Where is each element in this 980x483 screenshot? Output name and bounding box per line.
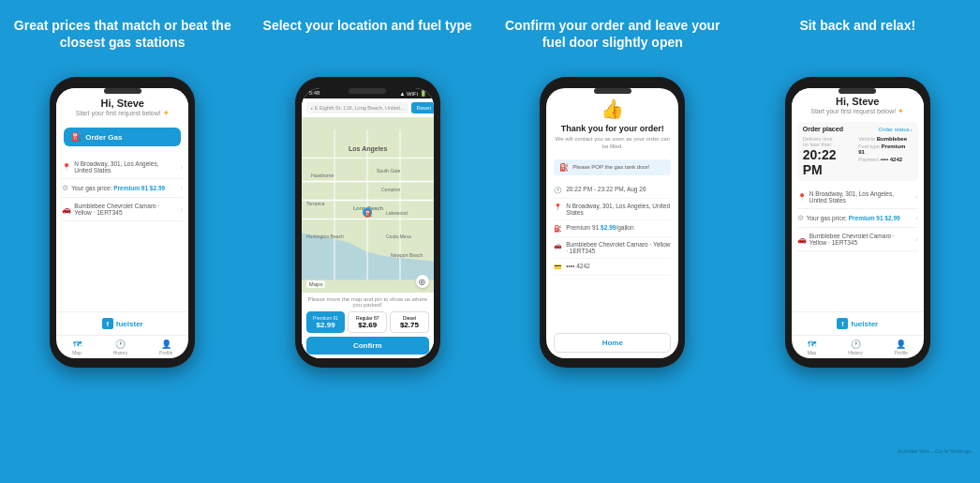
vehicle-info: Vehicle Bumblebee bbox=[858, 136, 913, 142]
map-view[interactable]: Los Angeles Hawthorne Torrance South Gat… bbox=[302, 117, 434, 293]
screen-2: 5:48 ▲ WiFi 🔋 ‹ E Eighth St, 118, Long B… bbox=[302, 88, 434, 358]
location-search[interactable]: ‹ E Eighth St, 118, Long Beach, United..… bbox=[306, 102, 409, 113]
subtitle-1: Start your first request below! ✦ bbox=[64, 109, 181, 117]
svg-text:Torrance: Torrance bbox=[306, 201, 325, 206]
gas-door-alert: ⛽ Please POP the gas tank door! bbox=[554, 159, 671, 175]
premium-option[interactable]: Premium 91 $2.99 bbox=[306, 311, 346, 333]
map-note: Please move the map and pin to show us w… bbox=[306, 296, 429, 308]
tab-map-label-1: Map bbox=[72, 350, 82, 355]
location-row[interactable]: 📍 N Broadway, 301, Los Angeles, United S… bbox=[62, 156, 183, 179]
status-time: 5:48 bbox=[309, 90, 320, 97]
delivery-time-info: Delivery timeno later than 20:22 PM bbox=[803, 136, 857, 177]
svg-text:⛽: ⛽ bbox=[364, 209, 373, 218]
reset-button[interactable]: Reset bbox=[411, 102, 433, 113]
car-row[interactable]: 🚗 Bumblebee Chevrolet Camaro · Yellow · … bbox=[62, 198, 183, 221]
car-row-4[interactable]: 🚗 Bumblebee Chevrolet Camaro · Yellow · … bbox=[797, 228, 918, 251]
fuelster-logo-icon-1: f bbox=[102, 318, 113, 329]
home-button[interactable]: Home bbox=[554, 333, 671, 353]
svg-text:Los Angeles: Los Angeles bbox=[349, 145, 387, 153]
tab-history-1[interactable]: 🕐 History bbox=[113, 340, 128, 355]
panel-1: Great prices that match or beat the clos… bbox=[0, 0, 245, 483]
screen-3: 👍 Thank you for your order! We will cont… bbox=[546, 88, 678, 358]
subtitle-4: Start your first request below! ✦ bbox=[799, 107, 916, 115]
greeting-1: Hi, Steve bbox=[64, 98, 181, 109]
vehicle-val: Bumblebee bbox=[877, 136, 907, 142]
order-gas-button[interactable]: ⛽ Order Gas bbox=[64, 128, 181, 146]
panel-3: Confirm your order and leave your fuel d… bbox=[490, 0, 735, 483]
screen-4: Hi, Steve Start your first request below… bbox=[792, 88, 924, 358]
gas-price-row-4[interactable]: ⚙ Your gas price: Premium 91 $2.99 › bbox=[797, 209, 918, 228]
payment-val: •••• 4242 bbox=[881, 157, 902, 162]
order-status-bar: Order placed Order status › Delivery tim… bbox=[797, 122, 918, 181]
gas-price-row[interactable]: ⚙ Your gas price: Premium 91 $2.99 › bbox=[62, 179, 183, 198]
alert-text: Please POP the gas tank door! bbox=[572, 164, 649, 170]
tab-map-1[interactable]: 🗺 Map bbox=[72, 340, 82, 355]
order-status-link[interactable]: Order status › bbox=[879, 127, 913, 132]
order-details: 🕐 20:22 PM - 23:22 PM, Aug 26 📍 N Broadw… bbox=[546, 178, 678, 327]
settings-icon-4: ⚙ bbox=[797, 214, 804, 222]
location-text-4: N Broadway, 301, Los Angeles, United Sta… bbox=[809, 190, 913, 204]
time-text: 20:22 PM - 23:22 PM, Aug 26 bbox=[566, 186, 671, 192]
delivery-time-val: 20:22 PM bbox=[803, 147, 857, 177]
fuel-info: Fuel type Premium 91 bbox=[858, 143, 913, 155]
car-icon-4: 🚗 bbox=[797, 235, 807, 244]
confirm-button[interactable]: Confirm bbox=[306, 337, 429, 355]
history-tab-icon-4: 🕐 bbox=[851, 340, 861, 349]
thankyou-subtitle: We will contact you as soon as your orde… bbox=[554, 136, 671, 151]
location-row-4[interactable]: 📍 N Broadway, 301, Los Angeles, United S… bbox=[797, 186, 918, 209]
diesel-option[interactable]: Diesel $2.75 bbox=[390, 311, 429, 333]
svg-text:Hawthorne: Hawthorne bbox=[311, 173, 334, 178]
car-text: Bumblebee Chevrolet Camaro · Yellow · 1E… bbox=[74, 203, 177, 216]
car-text-4: Bumblebee Chevrolet Camaro · Yellow · 1E… bbox=[809, 233, 913, 246]
greeting-4: Hi, Steve bbox=[799, 96, 916, 107]
svg-text:Costa Mesa: Costa Mesa bbox=[386, 234, 411, 239]
svg-text:Lakewood: Lakewood bbox=[386, 210, 408, 216]
phone-4: Hi, Steve Start your first request below… bbox=[785, 77, 930, 368]
order-info-grid: Delivery timeno later than 20:22 PM Vehi… bbox=[803, 136, 913, 177]
screen1-rows: 📍 N Broadway, 301, Los Angeles, United S… bbox=[56, 152, 188, 311]
tab-profile-4[interactable]: 👤 Profile bbox=[895, 340, 908, 355]
tab-bar-4: 🗺 Map 🕐 History 👤 Profile bbox=[792, 335, 924, 358]
panel-4: Sit back and relax! Hi, Steve Start your… bbox=[735, 0, 981, 483]
alert-icon: ⛽ bbox=[559, 163, 569, 172]
maps-label: Maps bbox=[306, 280, 326, 288]
panel-4-caption: Sit back and relax! bbox=[799, 17, 915, 66]
star-icon-4: ✦ bbox=[898, 107, 904, 115]
chevron-status: › bbox=[911, 127, 913, 132]
thumbs-up-icon: 👍 bbox=[554, 98, 671, 120]
screen-1: Hi, Steve Start your first request below… bbox=[56, 88, 188, 358]
order-status-top: Order placed Order status › bbox=[803, 126, 913, 132]
map-bottom: Please move the map and pin to show us w… bbox=[302, 293, 434, 358]
phone-2: 5:48 ▲ WiFi 🔋 ‹ E Eighth St, 118, Long B… bbox=[295, 77, 440, 368]
time-icon: 🕐 bbox=[554, 187, 562, 194]
map-tab-icon-4: 🗺 bbox=[808, 340, 816, 349]
address-icon: 📍 bbox=[554, 204, 562, 211]
chevron-icon-3: › bbox=[181, 205, 184, 214]
fuelster-logo-icon-4: f bbox=[837, 318, 848, 329]
tab-profile-1[interactable]: 👤 Profile bbox=[159, 340, 172, 355]
tab-history-4[interactable]: 🕐 History bbox=[848, 340, 863, 355]
payment-key: Payment bbox=[858, 157, 879, 162]
map-svg: Los Angeles Hawthorne Torrance South Gat… bbox=[302, 117, 434, 293]
regular-option[interactable]: Regular 87 $2.69 bbox=[348, 311, 387, 333]
location-button[interactable]: ◎ bbox=[416, 275, 429, 288]
payment-detail: 💳 •••• 4242 bbox=[554, 259, 671, 276]
watermark: Activate Win... Go to Settings... bbox=[898, 448, 975, 455]
order-placed-label: Order placed bbox=[803, 126, 843, 132]
fuel-text: Premium 91 $2.99/gallon bbox=[566, 224, 671, 231]
car-detail: 🚗 Bumblebee Chevrolet Camaro · Yellow · … bbox=[554, 237, 671, 259]
profile-tab-icon-4: 👤 bbox=[896, 340, 906, 349]
car-icon: 🚗 bbox=[62, 205, 71, 214]
payment-info: Payment •••• 4242 bbox=[858, 157, 913, 162]
screen4-header: Hi, Steve Start your first request below… bbox=[792, 88, 924, 119]
chevron-4-3: › bbox=[915, 235, 918, 244]
time-detail: 🕐 20:22 PM - 23:22 PM, Aug 26 bbox=[554, 182, 671, 199]
chevron-4-1: › bbox=[915, 193, 918, 202]
tab-profile-label-1: Profile bbox=[159, 350, 172, 355]
tab-map-label-4: Map bbox=[808, 350, 817, 355]
fuel-options: Premium 91 $2.99 Regular 87 $2.69 Diesel… bbox=[306, 311, 429, 333]
svg-text:South Gate: South Gate bbox=[377, 168, 401, 174]
premium-price: $2.99 bbox=[309, 321, 343, 329]
svg-text:Compton: Compton bbox=[381, 187, 401, 192]
tab-map-4[interactable]: 🗺 Map bbox=[808, 340, 817, 355]
